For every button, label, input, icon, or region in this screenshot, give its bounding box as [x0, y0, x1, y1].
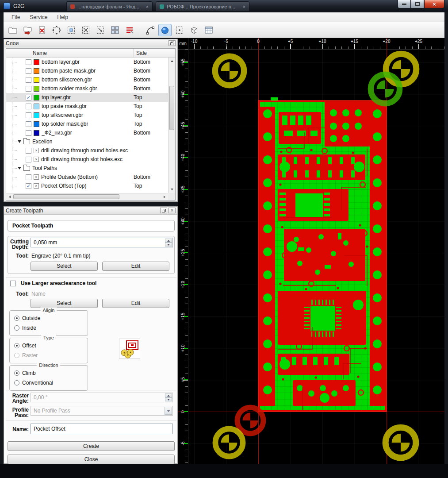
close-toolpath-button[interactable]: Close — [8, 455, 175, 464]
layer-color-swatch[interactable] — [34, 86, 39, 92]
visibility-checkbox[interactable] — [26, 174, 31, 180]
region-select-button[interactable] — [173, 24, 186, 36]
profile-pass-select[interactable]: No Profile Pass — [31, 406, 173, 416]
array-view-button[interactable] — [108, 24, 122, 36]
visibility-checkbox[interactable] — [26, 77, 31, 83]
gcode-table-button[interactable] — [202, 24, 215, 36]
layer-row[interactable]: bottom silkscreen.gbrBottom — [6, 75, 168, 84]
tab-close-icon[interactable]: × — [146, 4, 149, 9]
visibility-checkbox[interactable] — [26, 157, 31, 162]
layer-color-swatch[interactable] — [34, 121, 39, 127]
radio-icon[interactable] — [14, 325, 19, 331]
fit-view-button[interactable] — [50, 24, 63, 36]
maximize-button[interactable] — [411, 0, 424, 8]
create-button[interactable]: Create — [8, 441, 175, 451]
menu-service[interactable]: Service — [25, 13, 52, 21]
toolpath-name-input[interactable]: Pocket Offset — [31, 424, 173, 434]
direction-climb-option[interactable]: Climb — [14, 370, 36, 376]
use-larger-tool-checkbox[interactable] — [10, 281, 16, 286]
shrink-view-button[interactable] — [79, 24, 92, 36]
type-offset-option[interactable]: Offset — [14, 343, 36, 349]
visibility-checkbox[interactable] — [26, 86, 31, 92]
background-tab[interactable]: РОБОФ... Проектирование п... × — [156, 1, 249, 11]
close-button[interactable]: × — [424, 0, 444, 8]
direction-conventional-option[interactable]: Conventional — [14, 380, 53, 386]
layer-row[interactable]: top silkscreen.gbrTop — [6, 111, 168, 120]
layer-row[interactable]: _Ф2_низ.gbrBottom — [6, 128, 168, 137]
layer-group-row[interactable]: Excellon — [6, 137, 168, 146]
layer-row[interactable]: ×Profile Outside (Bottom)Bottom — [6, 173, 168, 181]
float-panel-button[interactable] — [160, 208, 167, 213]
scroll-up-button[interactable] — [168, 58, 176, 65]
drawing-area[interactable] — [188, 50, 444, 464]
layer-color-swatch[interactable] — [34, 59, 39, 65]
scrollbar-thumb[interactable] — [169, 86, 174, 130]
spin-up-button[interactable] — [165, 239, 172, 243]
radio-icon[interactable] — [14, 316, 19, 321]
pan-view-button[interactable] — [94, 24, 107, 36]
expand-arrow-icon[interactable] — [18, 140, 21, 143]
layer-row[interactable]: ×drill drawing through slot holes.exc — [6, 155, 168, 164]
select-tool-button[interactable]: Select — [31, 262, 98, 271]
minimize-button[interactable] — [398, 0, 411, 8]
layer-row[interactable]: ×drill drawing through round holes.exc — [6, 146, 168, 155]
visibility-checkbox[interactable] — [26, 68, 31, 74]
visibility-checkbox[interactable] — [26, 59, 31, 65]
layer-color-swatch[interactable] — [34, 95, 39, 100]
open-project-button[interactable] — [6, 24, 19, 36]
arc-tool-button[interactable] — [144, 24, 157, 36]
menu-file[interactable]: File — [7, 13, 24, 21]
pcb-canvas[interactable]: mm -10-50+5+10+15+20+25 +55+50+45+40+35+… — [178, 38, 444, 464]
close-panel-button[interactable]: × — [168, 208, 176, 213]
spin-down-button[interactable] — [165, 243, 172, 247]
layer-row[interactable]: bottom paste mask.gbrBottom — [6, 66, 168, 75]
column-header-side[interactable]: Side — [134, 50, 147, 56]
layer-color-swatch[interactable] — [34, 130, 39, 136]
import-file-button[interactable] — [21, 24, 34, 36]
visibility-checkbox[interactable] — [26, 121, 31, 127]
visibility-checkbox[interactable] — [26, 148, 31, 154]
clear-canvas-button[interactable] — [123, 24, 136, 36]
align-inside-option[interactable]: Inside — [14, 325, 36, 331]
visibility-checkbox[interactable]: ✓ — [26, 183, 31, 189]
radio-icon[interactable] — [14, 370, 19, 376]
vertical-scrollbar[interactable] — [168, 58, 175, 193]
scroll-right-button[interactable] — [161, 193, 168, 200]
edit-tool2-button[interactable]: Edit — [102, 299, 169, 308]
edit-tool-button[interactable]: Edit — [102, 262, 169, 271]
scroll-down-button[interactable] — [168, 186, 176, 193]
circle-tool-button[interactable] — [158, 24, 172, 36]
menu-help[interactable]: Help — [53, 13, 73, 21]
visibility-checkbox[interactable]: ✓ — [26, 95, 31, 100]
layer-color-swatch[interactable] — [34, 77, 39, 83]
visibility-checkbox[interactable] — [26, 104, 31, 109]
layer-row[interactable]: bottom layer.gbrBottom — [6, 58, 168, 66]
float-panel-button[interactable] — [168, 40, 176, 46]
view-3d-button[interactable] — [188, 24, 201, 36]
align-outside-option[interactable]: Outside — [14, 315, 40, 321]
layer-row[interactable]: ✓×Pocket Offset (Top)Top — [6, 181, 168, 190]
layer-color-swatch[interactable] — [34, 104, 39, 109]
dropdown-arrow-icon[interactable] — [165, 407, 172, 415]
horizontal-scrollbar[interactable] — [6, 193, 168, 200]
layer-group-row[interactable]: Tool Paths — [6, 164, 168, 173]
layer-row[interactable]: bottom solder mask.gbrBottom — [6, 84, 168, 93]
radio-icon[interactable] — [14, 380, 19, 385]
column-header-name[interactable]: Name — [6, 49, 134, 57]
close-file-button[interactable] — [35, 24, 49, 36]
layer-row[interactable]: top solder mask.gbrTop — [6, 120, 168, 128]
expand-arrow-icon[interactable] — [18, 167, 21, 170]
cutting-depth-spinner[interactable]: 0,050 mm — [31, 238, 173, 247]
select-tool2-button[interactable]: Select — [31, 299, 98, 308]
layer-row[interactable]: top paste mask.gbrTop — [6, 102, 168, 111]
layer-color-swatch[interactable] — [34, 68, 39, 74]
visibility-checkbox[interactable] — [26, 112, 31, 118]
layer-row[interactable]: ✓top layer.gbrTop — [6, 93, 168, 102]
scrollbar-thumb[interactable] — [13, 194, 119, 199]
radio-icon[interactable] — [14, 343, 19, 348]
scroll-left-button[interactable] — [6, 193, 13, 200]
background-tab[interactable]: ...площадки фольги - Янд... × — [66, 1, 153, 11]
visibility-checkbox[interactable] — [26, 130, 31, 136]
zoom-region-button[interactable] — [65, 24, 78, 36]
layer-color-swatch[interactable] — [34, 112, 39, 118]
